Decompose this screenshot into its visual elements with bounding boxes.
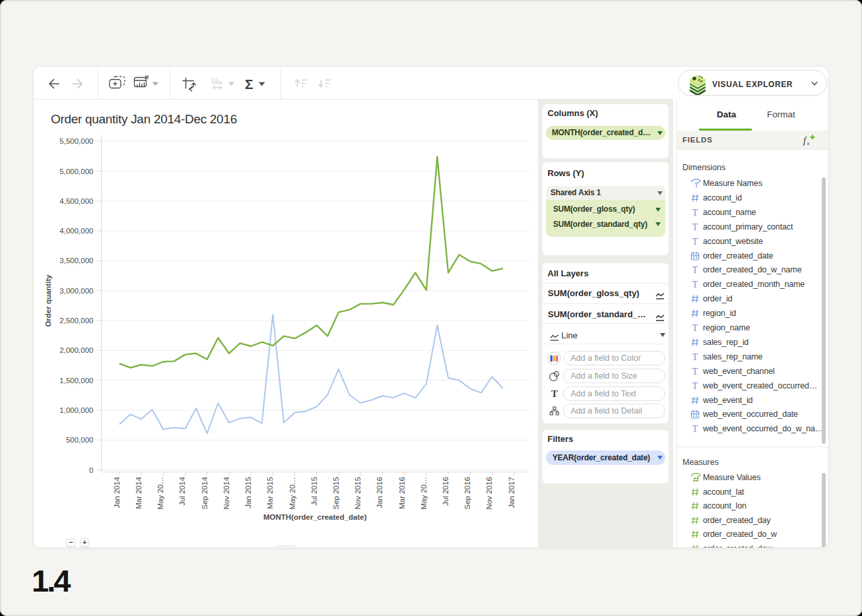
svg-text:T: T: [692, 381, 698, 390]
svg-text:1,000,000: 1,000,000: [59, 406, 93, 414]
svg-text:Mar 2016: Mar 2016: [398, 477, 406, 509]
svg-text:Jan 2017: Jan 2017: [508, 477, 515, 508]
svg-text:T: T: [692, 424, 698, 434]
svg-text:2,500,000: 2,500,000: [59, 317, 93, 324]
svg-text:Mar 2014: Mar 2014: [135, 477, 143, 509]
svg-text:T: T: [692, 352, 698, 361]
svg-text:2,000,000: 2,000,000: [59, 346, 93, 354]
svg-text:Order quantity: Order quantity: [44, 274, 52, 327]
svg-text:500,000: 500,000: [66, 436, 94, 444]
svg-text:5,000,000: 5,000,000: [59, 168, 93, 175]
svg-text:x: x: [807, 140, 810, 146]
svg-text:3,500,000: 3,500,000: [59, 257, 93, 264]
svg-text:4,000,000: 4,000,000: [59, 227, 93, 235]
svg-text:1,500,000: 1,500,000: [59, 377, 93, 385]
svg-text:May 20…: May 20…: [288, 477, 296, 509]
svg-text:Nov 2016: Nov 2016: [486, 477, 494, 509]
svg-text:T: T: [550, 388, 557, 399]
svg-text:T: T: [692, 222, 698, 231]
svg-text:MONTH(order_created_date): MONTH(order_created_date): [263, 513, 367, 521]
svg-text:Jan 2016: Jan 2016: [376, 477, 383, 508]
svg-text:5,500,000: 5,500,000: [59, 137, 93, 145]
svg-text:May 20…: May 20…: [420, 477, 428, 509]
svg-text:Mar 2015: Mar 2015: [266, 477, 274, 509]
svg-text:T: T: [692, 323, 698, 333]
svg-text:Jul 2015: Jul 2015: [310, 477, 318, 505]
svg-text:Sep 2015: Sep 2015: [332, 477, 340, 509]
svg-text:Jan 2014: Jan 2014: [113, 477, 121, 508]
svg-text:Nov 2015: Nov 2015: [354, 477, 362, 509]
svg-text:T: T: [692, 236, 698, 246]
svg-text:T: T: [694, 181, 699, 189]
svg-text:Jul 2014: Jul 2014: [179, 477, 187, 506]
svg-text:0: 0: [89, 466, 93, 474]
svg-text:Nov 2014: Nov 2014: [222, 477, 230, 510]
svg-text:4,500,000: 4,500,000: [59, 197, 93, 205]
svg-text:Jul 2016: Jul 2016: [442, 477, 449, 505]
svg-text:T: T: [692, 265, 698, 275]
svg-text:T: T: [692, 207, 698, 217]
svg-text:May 20…: May 20…: [156, 477, 164, 509]
svg-text:Sep 2016: Sep 2016: [463, 477, 471, 509]
svg-text:3,000,000: 3,000,000: [59, 287, 93, 295]
svg-text:Jan 2015: Jan 2015: [244, 477, 252, 508]
svg-text:T: T: [692, 366, 698, 376]
svg-text:Sep 2014: Sep 2014: [201, 477, 209, 510]
svg-text:T: T: [692, 280, 698, 290]
